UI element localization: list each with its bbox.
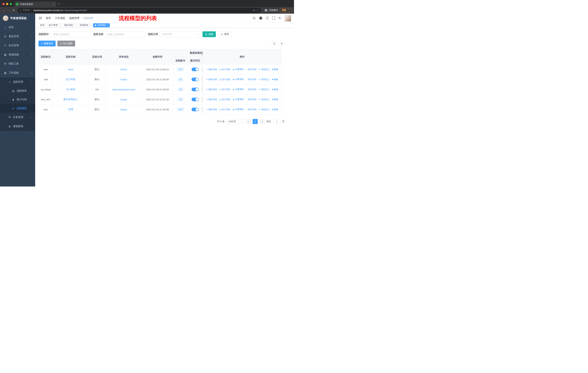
process-definition-link[interactable]: ⚭流程定义	[259, 78, 270, 81]
publish-process-link[interactable]: ☝发布流程	[246, 98, 257, 101]
close-icon[interactable]: ×	[89, 24, 90, 27]
toggle-search-button[interactable]	[271, 41, 277, 46]
tag-tenant[interactable]: 租户管理 ×	[47, 23, 62, 27]
process-definition-link[interactable]: ⚭流程定义	[259, 68, 270, 71]
import-process-button[interactable]: ↥ 导入流程	[57, 40, 75, 46]
sidebar-item-home[interactable]: ⌂ 首页	[0, 23, 35, 32]
tag-process-form[interactable]: 流程表单 ×	[78, 23, 92, 27]
close-window-button[interactable]	[2, 3, 5, 5]
edit-process-link[interactable]: ✎修改流程	[206, 78, 217, 81]
bookmark-star-icon[interactable]: ☆	[256, 9, 259, 12]
version-badge[interactable]: v4	[178, 98, 184, 101]
update-chip[interactable]: 更新 ⋮	[280, 8, 292, 13]
close-icon[interactable]: ×	[107, 24, 108, 27]
address-bar[interactable]: ⚠ 不安全 dashboard.yudao.iocoder.cn/bpm/man…	[18, 8, 261, 13]
assign-rule-link[interactable]: ☻分配规则	[232, 88, 244, 91]
form-info-link[interactable]: /bpm/oa/leave/create	[112, 88, 135, 91]
page-number-1[interactable]: 1	[253, 119, 258, 124]
process-name-link[interactable]: OA 请假	[66, 88, 75, 91]
version-badge[interactable]: v5	[178, 88, 184, 91]
design-process-link[interactable]: ◎设计流程	[219, 68, 230, 71]
help-icon[interactable]: ?	[266, 17, 269, 20]
sidebar-item-process-management[interactable]: ≡ 流程管理 ∧	[0, 77, 35, 87]
search-icon[interactable]	[253, 17, 256, 20]
process-definition-link[interactable]: ⚭流程定义	[259, 98, 270, 101]
publish-process-link[interactable]: ☝发布流程	[246, 68, 257, 71]
security-label[interactable]: 不安全	[23, 9, 30, 12]
delete-link[interactable]: ✖删除	[272, 78, 278, 81]
sidebar-item-devtools[interactable]: ⚒ 研发工具 ∨	[0, 59, 35, 68]
design-process-link[interactable]: ◎设计流程	[219, 88, 230, 91]
edit-process-link[interactable]: ✎修改流程	[206, 88, 217, 91]
active-status-toggle[interactable]	[192, 98, 199, 101]
publish-process-link[interactable]: ☝发布流程	[246, 108, 257, 111]
edit-process-link[interactable]: ✎修改流程	[206, 68, 217, 71]
design-process-link[interactable]: ◎设计流程	[219, 78, 230, 81]
font-size-icon[interactable]: TT	[279, 17, 281, 20]
active-status-toggle[interactable]	[192, 68, 199, 71]
breadcrumb-item[interactable]: 工作流程	[55, 17, 65, 20]
sidebar-item-system[interactable]: ⚙ 系统管理 ∨	[0, 32, 35, 41]
process-name-link[interactable]: 自己审批	[66, 78, 76, 81]
sidebar-item-user-group[interactable]: ☻ 用户分组	[0, 95, 35, 104]
sidebar-item-process-form[interactable]: ▤ 流程表单	[0, 87, 35, 95]
form-info-link[interactable]: biubiu	[120, 98, 127, 101]
process-name-link[interactable]: eeee	[68, 68, 73, 71]
process-name-link[interactable]: 滔博	[68, 108, 73, 111]
sidebar-item-task-management[interactable]: ⚑ 任务管理 ∨	[0, 113, 35, 122]
delete-link[interactable]: ✖删除	[272, 88, 278, 91]
github-icon[interactable]	[259, 16, 262, 20]
back-icon[interactable]: ←	[2, 8, 7, 13]
active-status-toggle[interactable]	[192, 78, 199, 81]
design-process-link[interactable]: ◎设计流程	[219, 108, 230, 111]
browser-menu-icon[interactable]: ⋮	[288, 9, 290, 12]
edit-process-link[interactable]: ✎修改流程	[206, 98, 217, 101]
search-button[interactable]: 搜索	[202, 31, 216, 37]
active-status-toggle[interactable]	[192, 88, 199, 91]
version-badge[interactable]: v17	[177, 68, 184, 71]
assign-rule-link[interactable]: ☻分配规则	[232, 108, 244, 111]
tag-home[interactable]: 首页	[38, 23, 46, 27]
breadcrumb-item[interactable]: 首页	[46, 17, 51, 20]
forward-icon[interactable]: →	[7, 8, 11, 13]
goto-page-input[interactable]	[273, 119, 280, 124]
assign-rule-link[interactable]: ☻分配规则	[232, 78, 244, 81]
assign-rule-link[interactable]: ☻分配规则	[232, 68, 244, 71]
delete-link[interactable]: ✖删除	[272, 68, 278, 71]
assign-rule-link[interactable]: ☻分配规则	[232, 98, 244, 101]
hamburger-icon[interactable]	[38, 17, 43, 20]
fullscreen-icon[interactable]	[272, 17, 275, 20]
breadcrumb-item[interactable]: 流程管理	[69, 17, 79, 20]
next-page-button[interactable]: ›	[260, 119, 265, 124]
active-status-toggle[interactable]	[192, 108, 199, 111]
form-info-link[interactable]: biubiu	[120, 78, 127, 81]
close-icon[interactable]: ×	[74, 24, 75, 27]
close-icon[interactable]: ×	[59, 24, 60, 27]
refresh-button[interactable]: ↻	[279, 41, 284, 46]
sidebar-item-payment[interactable]: ¥ 支付管理 ∨	[0, 41, 35, 50]
process-name-input[interactable]	[105, 31, 145, 37]
publish-process-link[interactable]: ☝发布流程	[246, 88, 257, 91]
delete-link[interactable]: ✖删除	[272, 98, 278, 101]
page-size-select[interactable]: 10条/页 ∨	[226, 119, 244, 124]
prev-page-button[interactable]: ‹	[246, 119, 251, 124]
publish-process-link[interactable]: ☝发布流程	[246, 78, 257, 81]
zoom-window-button[interactable]	[10, 3, 12, 5]
delete-link[interactable]: ✖删除	[272, 108, 278, 111]
tag-process-model-active[interactable]: 流程模型 ×	[93, 23, 110, 27]
form-info-link[interactable]: biubiu	[120, 108, 127, 111]
user-avatar[interactable]	[284, 15, 291, 21]
new-tab-button[interactable]: +	[56, 2, 62, 7]
process-name-link[interactable]: 测试多审批人	[63, 98, 78, 101]
minimize-window-button[interactable]	[6, 3, 8, 5]
version-badge[interactable]: v2	[178, 78, 184, 81]
key-icon[interactable]	[253, 9, 255, 12]
edit-process-link[interactable]: ✎修改流程	[206, 108, 217, 111]
process-definition-link[interactable]: ⚭流程定义	[259, 108, 270, 111]
sidebar-item-infrastructure[interactable]: ▦ 基础设施 ∨	[0, 50, 35, 59]
category-select[interactable]: 流程分类 ∨	[160, 31, 200, 37]
tag-my-process[interactable]: 我的流程 ×	[63, 23, 77, 27]
sidebar-item-leave-query[interactable]: ♟ 请假查询	[0, 122, 35, 131]
sidebar-item-process-model[interactable]: ➤ 流程模型	[0, 104, 35, 113]
create-process-button[interactable]: + 新建流程	[38, 40, 56, 46]
